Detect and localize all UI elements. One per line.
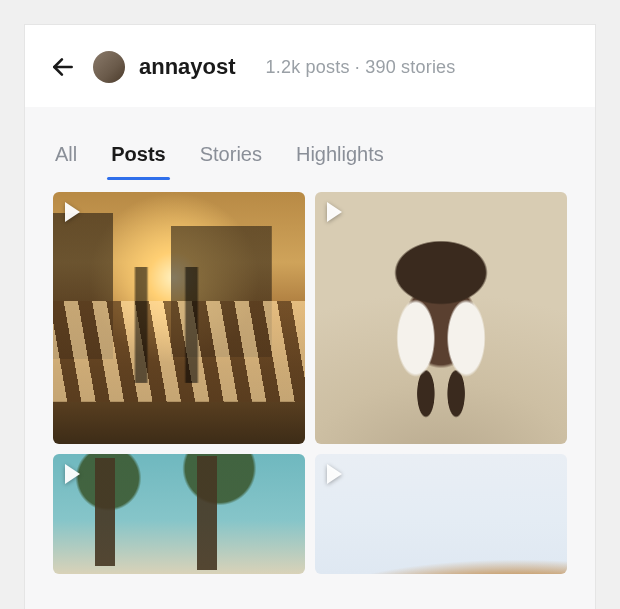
posts-grid	[25, 180, 595, 574]
content-area: All Posts Stories Highlights	[25, 107, 595, 609]
profile-stats: 1.2k posts · 390 stories	[266, 57, 456, 78]
tab-stories[interactable]: Stories	[198, 133, 264, 180]
post-tile[interactable]	[53, 192, 305, 444]
play-icon	[327, 464, 342, 484]
play-icon	[65, 202, 80, 222]
tab-highlights[interactable]: Highlights	[294, 133, 386, 180]
username[interactable]: annayost	[139, 54, 236, 80]
play-icon	[65, 464, 80, 484]
post-tile[interactable]	[53, 454, 305, 574]
avatar[interactable]	[93, 51, 125, 83]
app-frame: annayost 1.2k posts · 390 stories All Po…	[24, 24, 596, 609]
arrow-left-icon	[50, 54, 76, 80]
post-tile[interactable]	[315, 454, 567, 574]
profile-header: annayost 1.2k posts · 390 stories	[25, 25, 595, 107]
tab-posts[interactable]: Posts	[109, 133, 167, 180]
back-button[interactable]	[49, 53, 77, 81]
post-tile[interactable]	[315, 192, 567, 444]
play-icon	[327, 202, 342, 222]
tab-all[interactable]: All	[53, 133, 79, 180]
tabs: All Posts Stories Highlights	[25, 125, 595, 180]
